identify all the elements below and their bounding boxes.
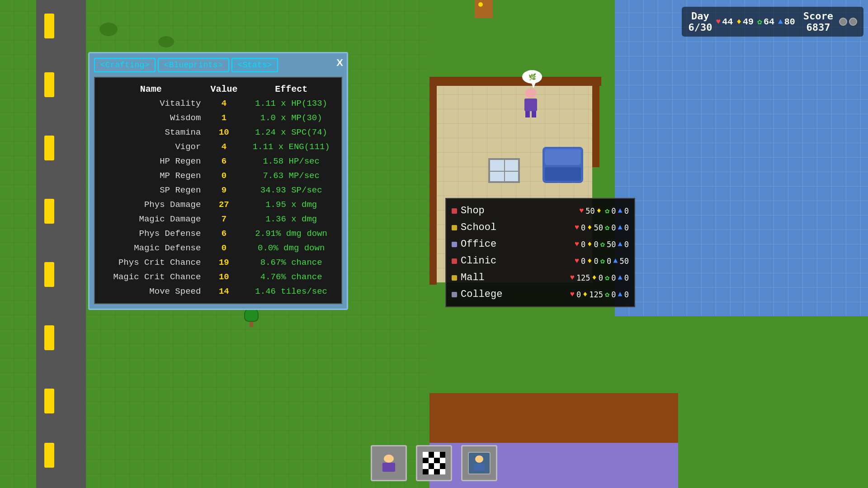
tab-crafting[interactable]: <Crafting>	[94, 58, 156, 72]
stat-value-cell: 0	[204, 241, 243, 255]
stat-value-cell: 9	[204, 183, 243, 197]
stat-effect-cell: 1.46 tiles/sec	[243, 284, 339, 299]
table-row: Magic Defense00.0% dmg down	[97, 241, 339, 255]
table-row: Phys Crit Chance198.67% chance	[97, 255, 339, 270]
stat-effect-cell: 0.0% dmg down	[243, 241, 339, 255]
stat-effect-cell: 7.63 MP/sec	[243, 169, 339, 183]
close-button[interactable]: X	[336, 57, 343, 69]
tabs-row: <Crafting> <Blueprints> <Stats>	[94, 58, 342, 72]
building-name: Shop	[461, 205, 576, 216]
stat-value-cell: 6	[204, 154, 243, 169]
road-marker	[44, 325, 54, 350]
stat-effect-cell: 1.58 HP/sec	[243, 154, 339, 169]
en-value: 80	[784, 17, 795, 27]
stat-effect-cell: 34.93 SP/sec	[243, 183, 339, 197]
table-row: Vitality41.11 x HP(133)	[97, 96, 339, 111]
stats-table-container: Name Value Effect Vitality41.11 x HP(133…	[94, 77, 342, 304]
hp-stat: ♥ 44	[716, 17, 733, 27]
sp-stat: ✿ 64	[757, 17, 774, 27]
grass-patch	[158, 36, 174, 47]
road	[36, 0, 86, 488]
score-label: Score	[803, 10, 833, 22]
stat-name-cell: Phys Damage	[97, 197, 204, 212]
building-item[interactable]: Mall♥125♦0✿0▲0	[446, 269, 634, 286]
furniture-sofa	[542, 147, 583, 183]
door-knob	[478, 2, 483, 7]
col-effect: Effect	[243, 82, 339, 96]
stat-value-cell: 4	[204, 140, 243, 154]
table-row: Vigor41.11 x ENG(111)	[97, 140, 339, 154]
stat-name-cell: MP Regen	[97, 169, 204, 183]
building-name: School	[461, 222, 571, 233]
building-icon	[452, 275, 457, 281]
stat-value-cell: 0	[204, 169, 243, 183]
blue-diamond-icon: ▲	[778, 17, 783, 26]
stat-name-cell: Stamina	[97, 125, 204, 140]
wall-top	[429, 77, 601, 86]
wall-right	[592, 77, 599, 167]
door-sprite	[475, 0, 493, 18]
hp-value: 44	[722, 17, 733, 27]
mp-value: 49	[743, 17, 754, 27]
building-item[interactable]: College♥0♦125✿0▲0	[446, 286, 634, 303]
stat-effect-cell: 1.11 x HP(133)	[243, 96, 339, 111]
stat-name-cell: Magic Crit Chance	[97, 270, 204, 284]
stat-name-cell: Wisdom	[97, 111, 204, 125]
table-row: MP Regen07.63 MP/sec	[97, 169, 339, 183]
building-costs: ♥125♦0✿0▲0	[570, 273, 629, 282]
building-icon	[452, 242, 457, 247]
toolbar-btn-map[interactable]	[416, 445, 452, 481]
stat-name-cell: Move Speed	[97, 284, 204, 299]
coin-2	[849, 18, 857, 26]
stat-name-cell: SP Regen	[97, 183, 204, 197]
building-item[interactable]: Shop♥50♦✿0▲0	[446, 202, 634, 219]
stat-effect-cell: 1.36 x dmg	[243, 212, 339, 226]
diamond-icon: ♦	[736, 17, 741, 26]
road-marker	[44, 389, 54, 413]
score-value: 6837	[803, 22, 833, 33]
building-name: Office	[461, 239, 571, 250]
stat-name-cell: Phys Crit Chance	[97, 255, 204, 270]
building-name: Clinic	[461, 255, 571, 267]
hud-day-section: Day 6/30	[688, 10, 712, 33]
score-section: Score 6837	[803, 10, 833, 33]
stat-effect-cell: 1.11 x ENG(111)	[243, 140, 339, 154]
table-row: Magic Damage71.36 x dmg	[97, 212, 339, 226]
portrait-icon	[462, 446, 496, 480]
blue-tile-area	[615, 0, 868, 316]
building-item[interactable]: Office♥0♦0✿50▲0	[446, 236, 634, 253]
wall-left	[429, 77, 437, 285]
tab-stats[interactable]: <Stats>	[231, 58, 278, 72]
building-icon	[452, 208, 457, 214]
heart-icon: ♥	[716, 17, 721, 26]
toolbar-btn-portrait[interactable]	[461, 445, 497, 481]
building-item[interactable]: Clinic♥0♦0✿0▲50	[446, 253, 634, 269]
stat-name-cell: HP Regen	[97, 154, 204, 169]
table-row: SP Regen934.93 SP/sec	[97, 183, 339, 197]
coin-display	[839, 18, 857, 26]
col-value: Value	[204, 82, 243, 96]
day-label: Day	[688, 10, 712, 22]
toolbar-btn-character[interactable]	[371, 445, 407, 481]
checkerboard-icon	[417, 446, 451, 480]
building-menu: Shop♥50♦✿0▲0School♥0♦50✿0▲0Office♥0♦0✿50…	[445, 198, 635, 307]
stat-value-cell: 14	[204, 284, 243, 299]
building-item[interactable]: School♥0♦50✿0▲0	[446, 219, 634, 236]
stat-effect-cell: 1.24 x SPC(74)	[243, 125, 339, 140]
stat-name-cell: Vitality	[97, 96, 204, 111]
building-icon	[452, 258, 457, 264]
table-row: Stamina101.24 x SPC(74)	[97, 125, 339, 140]
table-row: HP Regen61.58 HP/sec	[97, 154, 339, 169]
building-costs: ♥50♦✿0▲0	[579, 206, 629, 216]
table-row: Phys Damage271.95 x dmg	[97, 197, 339, 212]
grass-patch	[99, 23, 118, 36]
table-row: Magic Crit Chance104.76% chance	[97, 270, 339, 284]
stat-value-cell: 19	[204, 255, 243, 270]
tab-blueprints[interactable]: <Blueprints>	[158, 58, 229, 72]
stat-effect-cell: 1.95 x dmg	[243, 197, 339, 212]
stat-value-cell: 1	[204, 111, 243, 125]
window-sprite	[488, 158, 520, 183]
table-row: Move Speed141.46 tiles/sec	[97, 284, 339, 299]
building-name: Mall	[461, 272, 566, 283]
road-marker	[44, 72, 54, 97]
